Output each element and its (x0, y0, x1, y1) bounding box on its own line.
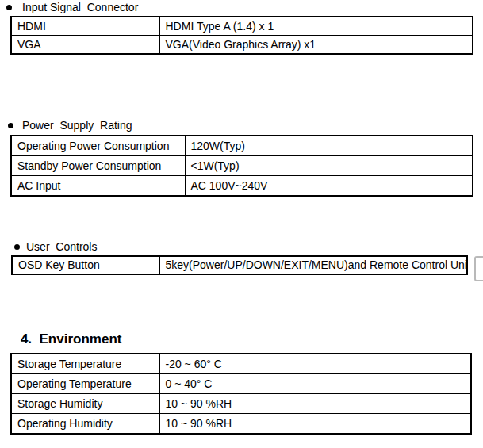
spec-row-label: Storage Humidity (11, 394, 159, 414)
bullet-icon (14, 244, 20, 250)
spec-row-label: AC Input (11, 176, 185, 197)
spec-row-value: 0 ~ 40° C (159, 374, 471, 394)
table-row: Operating Power Consumption 120W(Typ) (11, 136, 473, 156)
user-controls-table: OSD Key Button 5key(Power/UP/DOWN/EXIT/M… (11, 255, 468, 275)
spec-row-label: Operating Power Consumption (11, 136, 185, 156)
chapter-heading-label: 4. Environment (21, 331, 122, 347)
spec-row-label: HDMI (11, 17, 159, 36)
spec-row-label: Operating Temperature (11, 374, 159, 394)
power-supply-rating-table: Operating Power Consumption 120W(Typ) St… (10, 135, 473, 197)
spec-row-label: Storage Temperature (11, 354, 159, 374)
table-row: Operating Temperature 0 ~ 40° C (11, 374, 471, 394)
section-heading-label: Power Supply Rating (22, 118, 132, 132)
spec-row-value: HDMI Type A (1.4) x 1 (159, 17, 473, 36)
table-row: HDMI HDMI Type A (1.4) x 1 (11, 17, 473, 36)
section-heading-user-controls: User Controls (14, 239, 97, 254)
bullet-icon (8, 123, 13, 128)
table-row: OSD Key Button 5key(Power/UP/DOWN/EXIT/M… (12, 256, 467, 274)
bullet-icon (6, 5, 12, 10)
spec-row-label: VGA (11, 36, 159, 55)
section-heading-power-supply-rating: Power Supply Rating (8, 118, 132, 132)
environment-table: Storage Temperature -20 ~ 60° C Operatin… (10, 353, 472, 435)
spec-row-value: 10 ~ 90 %RH (159, 394, 471, 414)
spec-row-value: AC 100V~240V (185, 176, 473, 197)
table-row: VGA VGA(Video Graphics Array) x1 (11, 36, 473, 55)
table-row: AC Input AC 100V~240V (11, 176, 473, 197)
table-row: Standby Power Consumption <1W(Typ) (11, 156, 473, 176)
spec-document-page: Input Signal Connector HDMI HDMI Type A … (0, 0, 483, 448)
page-edge-cutoff-box (474, 256, 483, 281)
section-heading-label: User Controls (26, 239, 97, 254)
table-row: Storage Humidity 10 ~ 90 %RH (11, 394, 471, 414)
section-heading-input-signal-connector: Input Signal Connector (6, 0, 138, 14)
spec-row-value: 120W(Typ) (185, 136, 473, 156)
section-heading-label: Input Signal Connector (22, 0, 138, 14)
spec-row-label: OSD Key Button (12, 256, 159, 274)
spec-row-value: VGA(Video Graphics Array) x1 (159, 36, 473, 55)
spec-row-value: 10 ~ 90 %RH (159, 414, 471, 435)
spec-row-value: <1W(Typ) (185, 156, 473, 176)
spec-row-value: -20 ~ 60° C (159, 354, 471, 374)
spec-row-value: 5key(Power/UP/DOWN/EXIT/MENU)and Remote … (159, 256, 467, 274)
table-row: Storage Temperature -20 ~ 60° C (11, 354, 471, 374)
input-signal-connector-table: HDMI HDMI Type A (1.4) x 1 VGA VGA(Video… (10, 16, 473, 55)
spec-row-label: Standby Power Consumption (11, 156, 185, 176)
spec-row-label: Operating Humidity (11, 414, 159, 435)
table-row: Operating Humidity 10 ~ 90 %RH (11, 414, 471, 435)
